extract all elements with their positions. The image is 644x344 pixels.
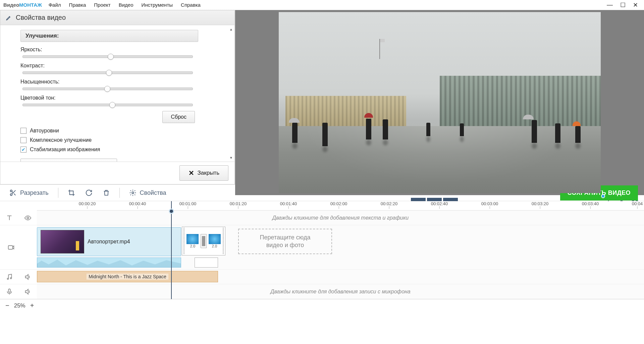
svg-point-8 bbox=[10, 277, 11, 279]
audio-clip-label: Midnight North - This is a Jazz Space bbox=[87, 274, 168, 280]
hue-label: Цветовой тон: bbox=[20, 95, 195, 101]
window-close-icon[interactable]: ✕ bbox=[633, 1, 638, 9]
video-audio-wave-2[interactable] bbox=[195, 257, 218, 268]
video-audio-wave[interactable] bbox=[37, 257, 181, 268]
zoom-out-button[interactable]: − bbox=[5, 302, 9, 309]
ruler-tick: 00:02:40 bbox=[431, 201, 448, 206]
ruler-tick: 00:00:40 bbox=[129, 201, 146, 206]
svg-point-5 bbox=[27, 217, 29, 219]
cut-button[interactable]: Разрезать bbox=[6, 187, 52, 198]
svg-point-7 bbox=[7, 278, 8, 279]
audio-clip[interactable]: Midnight North - This is a Jazz Space bbox=[37, 271, 218, 282]
text-track-hint: Дважды кликните для добавления текста и … bbox=[272, 215, 409, 221]
rotate-button[interactable] bbox=[82, 187, 96, 198]
video-preview bbox=[235, 10, 644, 195]
scissors-icon bbox=[9, 189, 17, 196]
curves-button[interactable]: Коррекция с помощью кривых bbox=[20, 159, 117, 162]
trash-icon bbox=[103, 189, 110, 196]
complex-enhance-checkbox[interactable] bbox=[20, 137, 26, 143]
contrast-label: Контраст: bbox=[20, 63, 195, 69]
crop-icon bbox=[68, 189, 75, 196]
close-icon: ✕ bbox=[189, 169, 194, 177]
autolevels-checkbox[interactable] bbox=[20, 128, 26, 134]
properties-button[interactable]: Свойства bbox=[126, 187, 170, 198]
eye-icon[interactable] bbox=[24, 214, 32, 222]
ruler-tick: 00:02:20 bbox=[381, 201, 398, 206]
ruler-tick: 00:04 bbox=[632, 201, 643, 206]
music-track[interactable]: Midnight North - This is a Jazz Space bbox=[37, 270, 644, 284]
clip-thumbnail bbox=[41, 230, 84, 253]
speaker-icon[interactable] bbox=[24, 273, 32, 281]
mic-track-icon bbox=[6, 288, 13, 295]
ruler-tick: 00:03:20 bbox=[532, 201, 549, 206]
ruler-tick: 00:00:20 bbox=[79, 201, 96, 206]
mic-track-hint: Дважды кликните для добавления записи с … bbox=[270, 289, 411, 295]
stabilization-checkbox[interactable]: ✔ bbox=[20, 147, 26, 153]
hue-slider[interactable] bbox=[22, 104, 193, 106]
time-ruler[interactable]: 00:00:20 00:00:40 00:01:00 00:01:20 00:0… bbox=[37, 201, 644, 211]
menu-help[interactable]: Справка bbox=[181, 2, 201, 8]
svg-rect-6 bbox=[8, 245, 13, 249]
brightness-label: Яркость: bbox=[20, 47, 195, 53]
gear-icon bbox=[129, 189, 137, 196]
svg-point-4 bbox=[132, 192, 134, 194]
saturation-slider[interactable] bbox=[22, 88, 193, 90]
ruler-tick: 00:02:00 bbox=[330, 201, 347, 206]
reset-button[interactable]: Сброс bbox=[162, 111, 195, 123]
menu-project[interactable]: Проект bbox=[94, 2, 110, 8]
properties-panel: Свойства видео ▲ ▼ Улучшения: Яркость: К… bbox=[0, 10, 235, 184]
panel-scrollbar[interactable]: ▲ ▼ bbox=[229, 27, 233, 160]
scroll-up-icon[interactable]: ▲ bbox=[229, 27, 233, 31]
text-track[interactable]: Дважды кликните для добавления текста и … bbox=[37, 211, 644, 225]
menu-edit[interactable]: Правка bbox=[69, 2, 86, 8]
saturation-label: Насыщенность: bbox=[20, 79, 195, 85]
close-panel-button[interactable]: ✕ Закрыть bbox=[179, 165, 228, 181]
zoom-level: 25% bbox=[14, 302, 25, 309]
ruler-tick: 00:01:20 bbox=[230, 201, 247, 206]
menu-video[interactable]: Видео bbox=[119, 2, 133, 8]
svg-point-2 bbox=[10, 190, 12, 192]
app-logo: ВидеоМОНТАЖ bbox=[3, 2, 42, 8]
delete-button[interactable] bbox=[99, 187, 113, 198]
brightness-slider[interactable] bbox=[22, 55, 193, 58]
autolevels-label: Автоуровни bbox=[30, 128, 59, 134]
mic-track[interactable]: Дважды кликните для добавления записи с … bbox=[37, 284, 644, 299]
ruler-tick: 00:01:00 bbox=[179, 201, 197, 206]
window-maximize-icon[interactable]: ☐ bbox=[620, 1, 626, 9]
video-dropzone[interactable]: Перетащите сюда видео и фото bbox=[238, 229, 332, 254]
contrast-slider[interactable] bbox=[22, 71, 193, 74]
music-track-icon bbox=[6, 273, 13, 281]
video-track[interactable]: Автопортрет.mp4 2.0 2.0 Перетащите сюда … bbox=[37, 225, 644, 269]
text-track-icon bbox=[6, 214, 13, 222]
stabilization-label: Стабилизация изображения bbox=[30, 147, 100, 153]
scroll-down-icon[interactable]: ▼ bbox=[229, 156, 233, 160]
panel-title: Свойства видео bbox=[0, 10, 234, 25]
menu-file[interactable]: Файл bbox=[49, 2, 61, 8]
playhead[interactable] bbox=[171, 201, 172, 299]
enhancements-section: Улучшения: bbox=[20, 30, 198, 42]
rotate-icon bbox=[85, 189, 93, 196]
menu-tools[interactable]: Инструменты bbox=[142, 2, 173, 8]
video-clip-1[interactable]: Автопортрет.mp4 bbox=[37, 227, 181, 256]
video-track-icon bbox=[7, 244, 15, 251]
transition-clip[interactable]: 2.0 2.0 bbox=[182, 227, 225, 255]
clip-label: Автопортрет.mp4 bbox=[88, 239, 130, 245]
svg-rect-9 bbox=[8, 289, 10, 292]
ruler-tick: 00:03:40 bbox=[582, 201, 599, 206]
speaker-icon[interactable] bbox=[24, 288, 32, 295]
timeline: 00:00:20 00:00:40 00:01:00 00:01:20 00:0… bbox=[0, 201, 644, 299]
ruler-tick: 00:03:00 bbox=[481, 201, 498, 206]
ruler-tick: 00:01:40 bbox=[280, 201, 297, 206]
svg-point-3 bbox=[10, 194, 12, 196]
crop-button[interactable] bbox=[64, 187, 78, 198]
complex-enhance-label: Комплексное улучшение bbox=[30, 137, 92, 143]
pencil-icon bbox=[6, 15, 12, 21]
zoom-in-button[interactable]: + bbox=[30, 302, 34, 309]
main-menu: Файл Правка Проект Видео Инструменты Спр… bbox=[49, 2, 607, 8]
window-minimize-icon[interactable]: — bbox=[607, 1, 613, 9]
